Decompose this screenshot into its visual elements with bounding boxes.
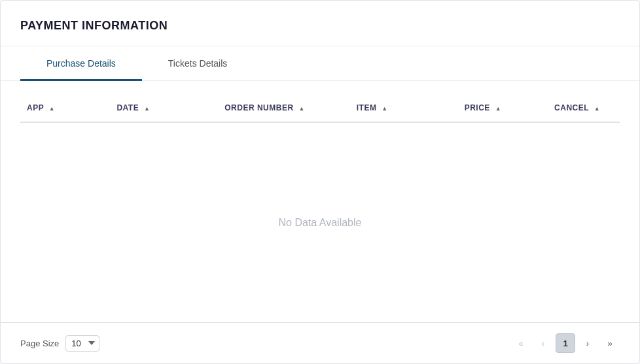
tab-purchase-details[interactable]: Purchase Details bbox=[20, 46, 142, 80]
no-data-message: No Data Available bbox=[279, 217, 362, 229]
pagination-first[interactable]: « bbox=[511, 333, 531, 353]
payment-information-panel: PAYMENT INFORMATION Purchase Details Tic… bbox=[0, 0, 640, 364]
col-item[interactable]: ITEM ▲ bbox=[350, 94, 458, 122]
pagination-next[interactable]: › bbox=[578, 333, 597, 353]
sort-icon-order: ▲ bbox=[298, 105, 304, 112]
sort-icon-item: ▲ bbox=[382, 105, 387, 112]
sort-icon-cancel: ▲ bbox=[594, 105, 600, 112]
page-size-label: Page Size bbox=[20, 339, 59, 348]
col-price[interactable]: PRICE ▲ bbox=[458, 94, 548, 122]
purchase-details-table: App ▲ DATE ▲ ORDER NUMBER ▲ ITEM bbox=[20, 94, 620, 123]
table-section: App ▲ DATE ▲ ORDER NUMBER ▲ ITEM bbox=[1, 81, 639, 322]
pagination-page-1[interactable]: 1 bbox=[556, 333, 575, 353]
pagination-last[interactable]: » bbox=[600, 333, 620, 353]
tabs-bar: Purchase Details Tickets Details bbox=[1, 46, 639, 81]
sort-icon-date: ▲ bbox=[144, 105, 150, 112]
col-cancel[interactable]: CANCEL ▲ bbox=[548, 94, 620, 122]
page-size-select[interactable]: 10 25 50 100 bbox=[65, 335, 99, 352]
col-date[interactable]: DATE ▲ bbox=[110, 94, 218, 122]
empty-state: No Data Available bbox=[20, 123, 620, 322]
table-footer: Page Size 10 25 50 100 « ‹ 1 › » bbox=[1, 322, 639, 363]
sort-icon-app: ▲ bbox=[49, 105, 55, 112]
pagination: « ‹ 1 › » bbox=[511, 333, 620, 353]
table-wrapper: App ▲ DATE ▲ ORDER NUMBER ▲ ITEM bbox=[20, 81, 620, 322]
col-app[interactable]: App ▲ bbox=[20, 94, 110, 122]
page-title: PAYMENT INFORMATION bbox=[1, 1, 639, 46]
pagination-prev[interactable]: ‹ bbox=[533, 333, 553, 353]
table-header-row: App ▲ DATE ▲ ORDER NUMBER ▲ ITEM bbox=[20, 94, 620, 122]
page-size-section: Page Size 10 25 50 100 bbox=[20, 335, 99, 352]
sort-icon-price: ▲ bbox=[495, 105, 501, 112]
col-order-number[interactable]: ORDER NUMBER ▲ bbox=[218, 94, 350, 122]
tab-tickets-details[interactable]: Tickets Details bbox=[142, 46, 254, 80]
